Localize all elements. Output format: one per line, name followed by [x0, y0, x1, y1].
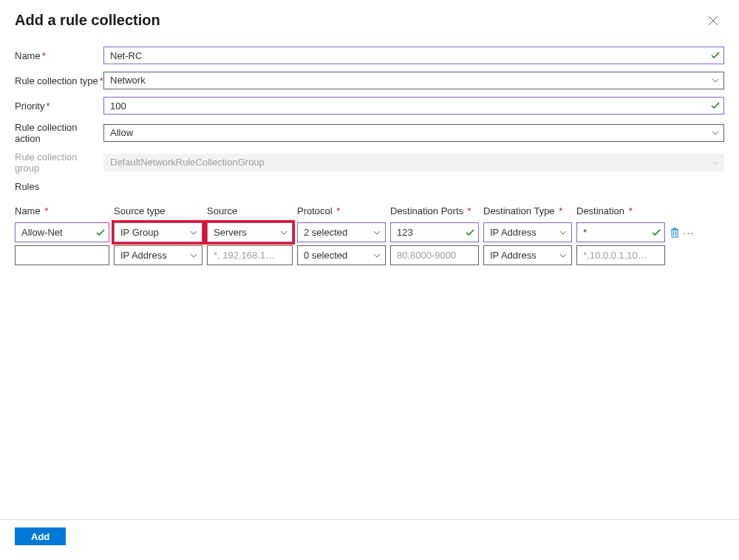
add-button[interactable]: Add: [15, 527, 66, 545]
rule-source-type-select[interactable]: IP Group: [114, 222, 202, 242]
column-dest-type: Destination Type *: [483, 205, 572, 216]
table-row: IP Group Servers 2 selected IP Address: [15, 222, 724, 242]
column-name: Name *: [15, 205, 109, 216]
name-field[interactable]: [103, 47, 724, 64]
rule-source-field[interactable]: [207, 245, 293, 265]
rule-destination-field[interactable]: [576, 245, 665, 265]
type-label: Rule collection type*: [15, 75, 103, 86]
rule-destination-field[interactable]: [576, 222, 665, 242]
rules-heading: Rules: [15, 181, 724, 192]
close-icon: [708, 16, 718, 26]
column-protocol: Protocol *: [297, 205, 386, 216]
rule-protocol-select[interactable]: 2 selected: [297, 222, 386, 242]
rule-dest-ports-field[interactable]: [390, 245, 479, 265]
column-source: Source: [207, 205, 293, 216]
group-select: DefaultNetworkRuleCollectionGroup: [103, 154, 724, 171]
trash-icon: [670, 228, 680, 238]
action-select[interactable]: Allow: [103, 124, 724, 142]
column-dest-ports: Destination Ports *: [390, 205, 479, 216]
type-select[interactable]: Network: [103, 72, 724, 89]
footer-divider: [0, 519, 739, 520]
dialog-title: Add a rule collection: [15, 12, 160, 29]
rule-protocol-select[interactable]: 0 selected: [297, 245, 386, 265]
more-actions-button[interactable]: ···: [683, 227, 695, 238]
rule-name-field[interactable]: [15, 222, 109, 242]
rule-name-field[interactable]: [15, 245, 109, 265]
priority-field[interactable]: [103, 97, 724, 115]
action-label: Rule collection action: [15, 122, 103, 144]
rules-table-header: Name * Source type Source Protocol * Des…: [15, 205, 724, 216]
column-source-type: Source type: [114, 205, 202, 216]
rule-source-select[interactable]: Servers: [207, 222, 293, 242]
close-button[interactable]: [702, 13, 724, 29]
rule-dest-type-select[interactable]: IP Address: [483, 222, 572, 242]
delete-rule-button[interactable]: [670, 228, 680, 238]
name-label: Name*: [15, 50, 103, 61]
group-label: Rule collection group: [15, 151, 103, 174]
rule-source-type-select[interactable]: IP Address: [114, 245, 202, 265]
column-destination: Destination *: [576, 205, 665, 216]
rule-dest-ports-field[interactable]: [390, 222, 479, 242]
table-row: IP Address 0 selected IP Address: [15, 245, 724, 265]
priority-label: Priority*: [15, 100, 103, 112]
rule-dest-type-select[interactable]: IP Address: [483, 245, 572, 265]
